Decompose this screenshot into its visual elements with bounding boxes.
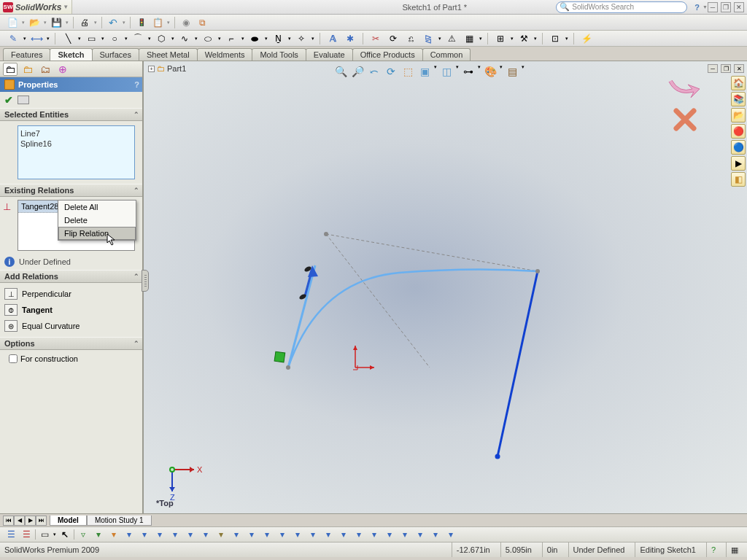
- tab-moldtools[interactable]: Mold Tools: [252, 48, 306, 61]
- f10[interactable]: ▾: [199, 528, 212, 541]
- f5[interactable]: ▾: [123, 528, 136, 541]
- help-icon[interactable]: ?: [692, 3, 703, 12]
- options-icon[interactable]: 📋: [151, 16, 164, 29]
- more-icon[interactable]: ◧: [731, 172, 746, 187]
- for-construction-checkbox[interactable]: For construction: [9, 354, 133, 363]
- add-tangent[interactable]: ⦶ Tangent: [4, 302, 138, 318]
- rect-icon[interactable]: ▭: [84, 32, 98, 45]
- custom-props-icon[interactable]: ▶: [731, 156, 746, 171]
- f6[interactable]: ▾: [138, 528, 151, 541]
- config-tab[interactable]: 🗂: [38, 63, 53, 76]
- tab-office[interactable]: Office Products: [352, 48, 423, 61]
- selected-entities-header[interactable]: Selected Entities ⌃: [0, 108, 142, 121]
- slot-icon[interactable]: ⬬: [247, 32, 262, 45]
- filter-toggle-icon[interactable]: ☰: [4, 528, 18, 541]
- graphics-viewport[interactable]: ─ ❐ ✕ + 🗀 Part1 🔍 🔎 ⤺ ⟳ ⬚ ▣▾ ◫▾ ⊶▾ 🎨▾ ▤▾: [144, 61, 747, 513]
- polygon-icon[interactable]: ⬡: [154, 32, 169, 45]
- tab-evaluate[interactable]: Evaluate: [306, 48, 353, 61]
- search-box[interactable]: 🔍: [556, 1, 687, 13]
- f24[interactable]: ▾: [414, 528, 427, 541]
- feature-tree-tab[interactable]: 🗀: [3, 63, 18, 76]
- point2-icon[interactable]: ✱: [343, 32, 357, 45]
- file-explorer-icon[interactable]: 📂: [731, 108, 746, 122]
- f19[interactable]: ▾: [337, 528, 350, 541]
- pattern-icon[interactable]: ⚠: [444, 32, 459, 45]
- menu-delete[interactable]: Delete: [58, 214, 136, 227]
- add-equal-curvature[interactable]: ⊜ Equal Curvature: [4, 318, 138, 334]
- rebuild-icon[interactable]: ?: [706, 542, 720, 557]
- f13[interactable]: ▾: [245, 528, 258, 541]
- minimize-button[interactable]: ─: [708, 2, 718, 12]
- spline2-icon[interactable]: Ṉ: [271, 32, 285, 45]
- restore-button[interactable]: ❐: [721, 2, 731, 12]
- convert-icon[interactable]: ⟳: [386, 32, 400, 45]
- tab-features[interactable]: Features: [3, 48, 50, 61]
- options-header[interactable]: Options ⌃: [0, 337, 142, 350]
- view-palette-icon[interactable]: 🔴: [731, 124, 746, 139]
- list-item[interactable]: Line7: [20, 128, 132, 139]
- f17[interactable]: ▾: [306, 528, 320, 541]
- select-icon[interactable]: ▭: [38, 528, 51, 541]
- appearances-icon[interactable]: 🔵: [731, 140, 746, 155]
- menu-delete-all[interactable]: Delete All: [58, 201, 136, 214]
- f8[interactable]: ▾: [169, 528, 182, 541]
- f11[interactable]: ▾: [214, 528, 228, 541]
- fillet-icon[interactable]: ⌐: [224, 32, 239, 45]
- ok-button[interactable]: ✔: [4, 94, 13, 106]
- selected-entities-list[interactable]: Line7 Spline16: [18, 125, 135, 179]
- f14[interactable]: ▾: [260, 528, 274, 541]
- tab-motion-study[interactable]: Motion Study 1: [87, 516, 152, 526]
- property-tab[interactable]: 🗀: [20, 63, 35, 76]
- f12[interactable]: ▾: [230, 528, 243, 541]
- search-input[interactable]: [572, 3, 684, 11]
- cursor-icon[interactable]: ↖: [58, 528, 71, 541]
- pushpin-button[interactable]: [18, 96, 29, 104]
- trim-icon[interactable]: ✂: [368, 32, 383, 45]
- print-icon[interactable]: 🖨: [78, 16, 91, 29]
- f23[interactable]: ▾: [398, 528, 411, 541]
- traffic-light-icon[interactable]: 🚦: [135, 16, 148, 29]
- tab-next[interactable]: ▶: [25, 516, 36, 526]
- design-lib-icon[interactable]: 📚: [731, 92, 746, 106]
- sketch-icon[interactable]: ✎: [6, 32, 20, 45]
- help-button[interactable]: ?: [134, 80, 139, 89]
- existing-relations-header[interactable]: Existing Relations ⌃: [0, 184, 142, 197]
- filter-clear-icon[interactable]: ☰: [20, 528, 33, 541]
- unit-icon[interactable]: ▦: [726, 542, 743, 557]
- filter-edge-icon[interactable]: ▾: [92, 528, 105, 541]
- filter-face-icon[interactable]: ▾: [107, 528, 120, 541]
- f21[interactable]: ▾: [368, 528, 381, 541]
- dim-tab[interactable]: ⊕: [55, 63, 70, 76]
- resources-icon[interactable]: 🏠: [731, 76, 746, 90]
- add-relations-header[interactable]: Add Relations ⌃: [0, 270, 142, 283]
- f7[interactable]: ▾: [153, 528, 166, 541]
- panel-collapse-handle[interactable]: [142, 270, 149, 292]
- circle-icon[interactable]: ○: [107, 32, 122, 45]
- repair-icon[interactable]: ⚒: [516, 32, 531, 45]
- f9[interactable]: ▾: [184, 528, 197, 541]
- f16[interactable]: ▾: [291, 528, 304, 541]
- display-icon[interactable]: ⊞: [493, 32, 508, 45]
- f22[interactable]: ▾: [383, 528, 396, 541]
- tab-sheetmetal[interactable]: Sheet Metal: [139, 48, 198, 61]
- tab-common[interactable]: Common: [422, 48, 471, 61]
- move-icon[interactable]: ▦: [462, 32, 476, 45]
- tab-sketch[interactable]: Sketch: [50, 48, 92, 61]
- save-icon[interactable]: 💾: [50, 16, 63, 29]
- line-icon[interactable]: ╲: [61, 32, 75, 45]
- f20[interactable]: ▾: [352, 528, 365, 541]
- open-icon[interactable]: 📂: [28, 16, 41, 29]
- f26[interactable]: ▾: [444, 528, 457, 541]
- menu-flip-relation[interactable]: Flip Relation: [58, 227, 136, 240]
- tab-weldments[interactable]: Weldments: [197, 48, 253, 61]
- list-item[interactable]: Spline16: [20, 139, 132, 149]
- f18[interactable]: ▾: [322, 528, 335, 541]
- quick-icon[interactable]: ⊡: [548, 32, 562, 45]
- smart-dim-icon[interactable]: ⟷: [29, 32, 44, 45]
- arc-icon[interactable]: ⌒: [131, 32, 145, 45]
- ellipse-icon[interactable]: ⬭: [201, 32, 215, 45]
- tab-surfaces[interactable]: Surfaces: [92, 48, 139, 61]
- text-icon[interactable]: 𝔸: [325, 32, 340, 45]
- point-icon[interactable]: ✧: [294, 32, 309, 45]
- close-button[interactable]: ✕: [734, 2, 744, 12]
